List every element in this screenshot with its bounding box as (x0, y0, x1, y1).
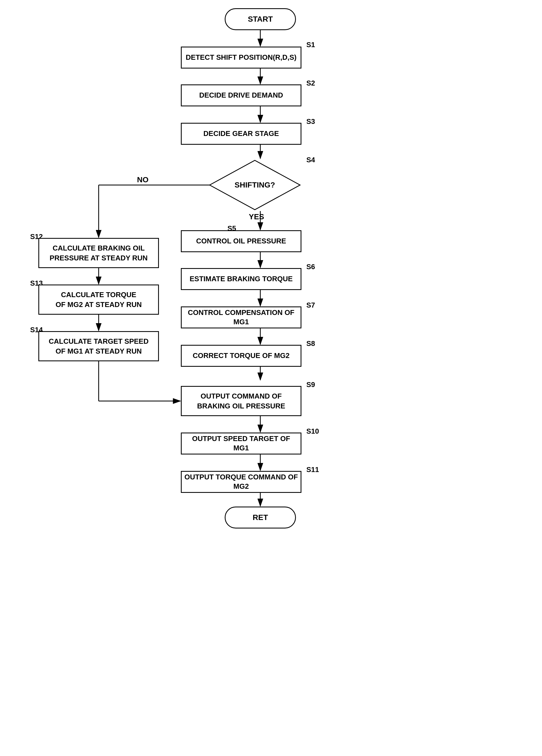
s2-process: DECIDE DRIVE DEMAND (181, 84, 301, 106)
no-label: NO (137, 175, 149, 184)
s11-process: OUTPUT TORQUE COMMAND OF MG2 (181, 471, 301, 493)
s4-decision: SHIFTING? (208, 159, 301, 211)
s6-label: S6 (306, 263, 315, 271)
s10-label: S10 (306, 427, 319, 436)
s10-process: OUTPUT SPEED TARGET OF MG1 (181, 433, 301, 454)
s3-process: DECIDE GEAR STAGE (181, 123, 301, 145)
s8-label: S8 (306, 339, 315, 348)
arrows-svg (0, 0, 542, 756)
s6-process: ESTIMATE BRAKING TORQUE (181, 268, 301, 290)
shifting-label: SHIFTING? (235, 181, 275, 189)
start-terminal: START (225, 8, 296, 30)
s12-process: CALCULATE BRAKING OIL PRESSURE AT STEADY… (38, 238, 159, 268)
s7-label: S7 (306, 301, 315, 309)
s2-label: S2 (306, 79, 315, 87)
s11-label: S11 (306, 465, 319, 474)
s14-process: CALCULATE TARGET SPEED OF MG1 AT STEADY … (38, 331, 159, 361)
yes-label: YES (249, 212, 264, 221)
s5-process: CONTROL OIL PRESSURE (181, 230, 301, 252)
flowchart: START S1 DETECT SHIFT POSITION(R,D,S) S2… (0, 0, 542, 756)
s9-label: S9 (306, 380, 315, 389)
s1-label: S1 (306, 41, 315, 49)
s4-label: S4 (306, 156, 315, 164)
s13-process: CALCULATE TORQUE OF MG2 AT STEADY RUN (38, 285, 159, 315)
s9-process: OUTPUT COMMAND OF BRAKING OIL PRESSURE (181, 386, 301, 416)
s1-process: DETECT SHIFT POSITION(R,D,S) (181, 47, 301, 69)
s8-process: CORRECT TORQUE OF MG2 (181, 345, 301, 367)
s3-label: S3 (306, 117, 315, 126)
ret-terminal: RET (225, 507, 296, 528)
s7-process: CONTROL COMPENSATION OF MG1 (181, 306, 301, 328)
